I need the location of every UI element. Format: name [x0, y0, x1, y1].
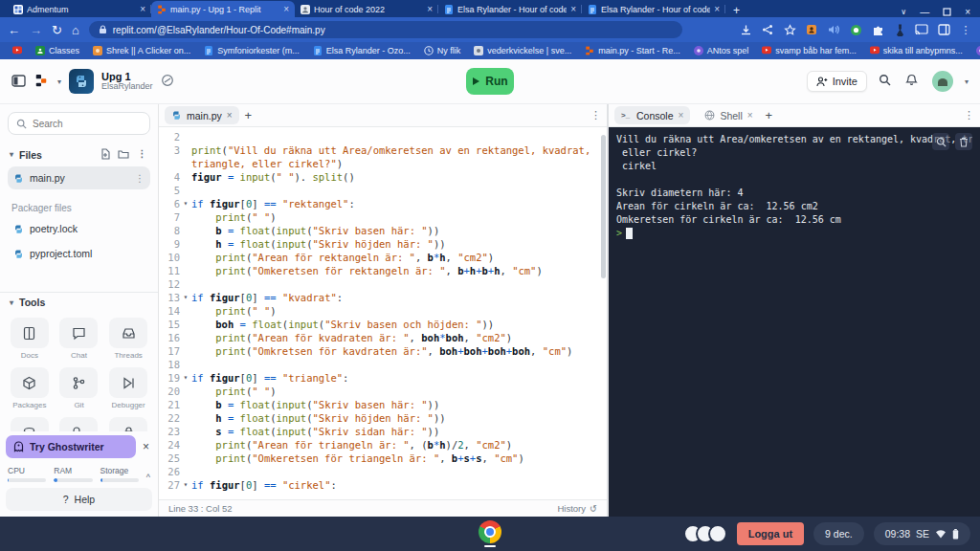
packager-file-item[interactable]: pyproject.toml — [8, 242, 150, 265]
help-button[interactable]: ? Help — [6, 488, 152, 511]
sync-status-icon[interactable] — [161, 74, 176, 89]
code-line[interactable]: 11 print("Omkeretsen för rektangeln är: … — [159, 264, 607, 277]
share-icon[interactable] — [761, 23, 774, 36]
extension-orange-icon[interactable] — [805, 23, 818, 36]
date-pill[interactable]: 9 dec. — [813, 522, 864, 545]
tab-close-icon[interactable]: × — [714, 4, 720, 14]
bookmark-item[interactable]: vederkvickelse | sve... — [469, 46, 576, 55]
code-line[interactable]: 6▾if figur[0] == "rektangel": — [159, 197, 607, 210]
new-editor-tab-icon[interactable]: + — [245, 108, 253, 122]
tool-packages[interactable]: Packages — [8, 367, 52, 409]
code-line[interactable]: 18 — [159, 358, 607, 371]
console-output[interactable]: Vill du räkna utt Area/omkeretsen av en … — [609, 127, 980, 517]
files-section-header[interactable]: ▾ Files ⋮ — [0, 144, 158, 165]
bookmark-item[interactable]: liten craft — [971, 46, 980, 55]
code-line[interactable]: 23 s = float(input("Skriv sidan här: ")) — [159, 425, 607, 438]
code-line[interactable]: 9 h = float(input("Skriv höjden här: ")) — [159, 237, 607, 251]
back-icon[interactable]: ← — [8, 24, 20, 36]
packager-file-item[interactable]: poetry.lock — [8, 217, 150, 240]
tab-search-icon[interactable]: ∨ — [901, 8, 906, 16]
editor-scrollbar[interactable] — [601, 135, 606, 278]
code-line[interactable]: 21 b = float(input("Skriv basen här: ")) — [159, 398, 607, 411]
home-icon[interactable]: ⌂ — [72, 24, 79, 36]
search-icon[interactable] — [879, 74, 894, 89]
maximize-icon[interactable] — [943, 8, 951, 16]
status-tray[interactable]: 09:38 SE — [874, 522, 970, 545]
bookmark-item[interactable]: skika till anbypmns... — [865, 46, 968, 55]
puzzle-icon[interactable] — [871, 23, 884, 36]
search-input[interactable] — [33, 119, 128, 129]
code-line[interactable]: 15 boh = float(input("Skriv basen och hö… — [159, 318, 607, 331]
code-line[interactable]: 13▾if figur[0] == "kvadrat": — [159, 291, 607, 304]
code-line[interactable]: 8 b = float(input("Skriv basen här: ")) — [159, 224, 607, 237]
close-tab-icon[interactable]: × — [747, 110, 753, 121]
bookmark-item[interactable]: Ny flik — [419, 46, 466, 55]
tab-close-icon[interactable]: × — [283, 4, 289, 14]
bookmark-item[interactable]: Classes — [31, 46, 84, 55]
console-search-icon[interactable] — [932, 133, 949, 150]
tab-close-icon[interactable]: × — [427, 4, 433, 14]
file-item-mainpy[interactable]: main.py⋮ — [8, 166, 150, 189]
record-icon[interactable] — [849, 23, 862, 36]
notifications-bell-icon[interactable] — [905, 74, 921, 89]
tool-docs[interactable]: Docs — [8, 318, 52, 360]
close-tab-icon[interactable]: × — [227, 110, 233, 121]
code-line[interactable]: 22 h = float(input("Skriv höjden här: ")… — [159, 411, 607, 425]
fold-chevron-icon[interactable]: ▾ — [180, 478, 191, 492]
console-clear-trash-icon[interactable] — [955, 133, 972, 150]
logout-button[interactable]: Logga ut — [737, 522, 804, 545]
history-button[interactable]: History ↺ — [557, 503, 597, 514]
new-tab-button[interactable]: + — [733, 4, 740, 17]
open-windows-indicator[interactable] — [683, 524, 727, 543]
browser-tab[interactable]: Elsa Rylander - Hour of code - G...× — [582, 1, 725, 17]
tool-partial1[interactable] — [8, 417, 52, 431]
tools-section-header[interactable]: ▾ Tools — [0, 293, 158, 312]
code-line[interactable]: 14 print(" ") — [159, 304, 607, 318]
run-button[interactable]: Run — [466, 68, 514, 95]
chrome-shelf-icon[interactable] — [477, 520, 503, 547]
bookmark-item[interactable]: Symfoniorkester (m... — [199, 46, 304, 55]
cast-icon[interactable] — [915, 23, 928, 36]
reload-icon[interactable]: ↻ — [52, 24, 62, 36]
editor-menu-kebab-icon[interactable]: ⋮ — [590, 109, 601, 121]
console-tab-shell[interactable]: Shell× — [698, 106, 759, 124]
code-line[interactable]: 25 print("Omkeretsen för triangeln är: "… — [159, 452, 607, 465]
code-line[interactable]: 3print("Vill du räkna utt Area/omkeretse… — [159, 143, 607, 170]
bookmark-item[interactable]: svamp båb har fem... — [757, 46, 861, 55]
flask-icon[interactable] — [893, 23, 906, 36]
browser-tab[interactable]: main.py - Upg 1 - Replit× — [151, 1, 295, 17]
sidebar-toggle-icon[interactable] — [11, 74, 27, 89]
dismiss-ghostwriter-icon[interactable]: × — [140, 440, 152, 453]
forward-icon[interactable]: → — [30, 24, 42, 36]
new-file-icon[interactable] — [100, 148, 112, 161]
close-window-icon[interactable]: × — [965, 7, 970, 17]
console-tab-console[interactable]: >_Console× — [614, 106, 690, 124]
star-icon[interactable] — [783, 23, 796, 36]
address-bar[interactable]: replit.com/@ElsaRylander/Hour-Of-Code#ma… — [89, 21, 682, 38]
download-icon[interactable] — [739, 23, 752, 36]
code-line[interactable]: 24 print("Arean för triangeln är: ", (b*… — [159, 438, 607, 452]
console-menu-kebab-icon[interactable]: ⋮ — [964, 109, 974, 121]
editor-tab-mainpy[interactable]: main.py × — [165, 106, 239, 124]
code-line[interactable]: 20 print(" ") — [159, 385, 607, 398]
fold-chevron-icon[interactable]: ▾ — [180, 197, 191, 210]
code-line[interactable]: 10 print("Arean för rektangeln är: ", b*… — [159, 251, 607, 264]
code-line[interactable]: 17 print("Omkretsen för kavdraten är:", … — [159, 344, 607, 358]
account-chevron-icon[interactable]: ▾ — [965, 77, 969, 86]
menu-icon[interactable]: ⋮ — [959, 23, 972, 36]
code-line[interactable]: 5 — [159, 184, 607, 197]
code-line[interactable]: 7 print(" ") — [159, 210, 607, 224]
tool-debugger[interactable]: Debugger — [106, 367, 150, 409]
tool-threads[interactable]: Threads — [106, 318, 150, 360]
browser-tab[interactable]: Admentum× — [8, 1, 151, 17]
tool-partial2[interactable] — [57, 417, 101, 431]
fold-chevron-icon[interactable]: ▾ — [180, 371, 191, 385]
invite-button[interactable]: Invite — [807, 71, 867, 92]
code-line[interactable]: 12 — [159, 277, 607, 291]
file-kebab-icon[interactable]: ⋮ — [135, 172, 145, 184]
sidebar-icon[interactable] — [937, 23, 950, 36]
code-line[interactable]: 4figur = input(" "). split() — [159, 170, 607, 184]
replit-logo-icon[interactable] — [34, 74, 50, 89]
code-line[interactable]: 16 print("Arean för kvadraten är: ", boh… — [159, 331, 607, 344]
tab-close-icon[interactable]: × — [140, 4, 145, 14]
